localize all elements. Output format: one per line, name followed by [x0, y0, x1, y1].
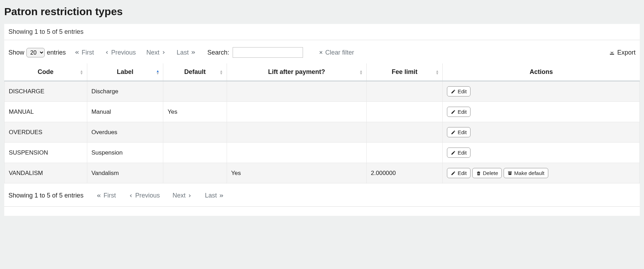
previous-page-button[interactable]: Previous: [105, 49, 136, 56]
previous-page-button-bottom[interactable]: Previous: [128, 192, 160, 199]
table-controls: Show 20 entries First Previous Next Last: [4, 47, 640, 61]
cell-actions: Edit: [443, 143, 640, 163]
chevron-double-right-icon: [219, 193, 224, 198]
sort-icon: ▲▼: [220, 70, 223, 75]
cell-lift: [227, 102, 366, 122]
cell-label: Suspension: [87, 143, 163, 163]
first-page-button[interactable]: First: [74, 49, 94, 56]
edit-button[interactable]: Edit: [447, 86, 471, 96]
last-page-button-bottom[interactable]: Last: [205, 192, 224, 199]
archive-icon: [507, 171, 512, 176]
col-header-fee[interactable]: Fee limit ▲▼: [366, 63, 443, 81]
cell-code: DISCHARGE: [5, 81, 87, 102]
cell-actions: Edit Delete Make default: [443, 163, 640, 183]
search-group: Search:: [207, 47, 303, 58]
clear-filter-button[interactable]: Clear filter: [318, 49, 354, 56]
cell-default: [163, 81, 227, 102]
next-label: Next: [172, 192, 185, 199]
sort-icon: ▲▼: [436, 70, 439, 75]
next-page-button[interactable]: Next: [146, 49, 166, 56]
table-row: SUSPENSIONSuspensionEdit: [5, 143, 640, 163]
col-header-default[interactable]: Default ▲▼: [163, 63, 227, 81]
show-prefix: Show: [8, 49, 24, 56]
edit-button-label: Edit: [457, 129, 467, 135]
last-label: Last: [177, 49, 189, 56]
cell-lift: [227, 81, 366, 102]
col-code-label: Code: [38, 68, 53, 75]
cell-lift: Yes: [227, 163, 366, 183]
cell-fee: [366, 81, 443, 102]
table-row: VANDALISMVandalismYes2.000000Edit Delete…: [5, 163, 640, 183]
edit-button-label: Edit: [457, 88, 467, 94]
last-page-button[interactable]: Last: [177, 49, 196, 56]
search-label: Search:: [207, 49, 229, 56]
cell-actions: Edit: [443, 102, 640, 122]
cell-fee: [366, 143, 443, 163]
table-row: DISCHARGEDischargeEdit: [5, 81, 640, 102]
edit-button-label: Edit: [457, 150, 467, 156]
chevron-double-right-icon: [190, 50, 196, 55]
restriction-types-table: Code ▲▼ Label ▲▼ Default ▲▼ Lift after p…: [4, 63, 640, 183]
cell-label: Manual: [87, 102, 163, 122]
make-default-button[interactable]: Make default: [504, 168, 548, 178]
sort-icon-active: ▲▼: [156, 70, 159, 75]
cell-default: [163, 143, 227, 163]
edit-button-label: Edit: [457, 109, 467, 115]
make-default-button-label: Make default: [514, 170, 544, 176]
pencil-icon: [451, 89, 456, 94]
pencil-icon: [451, 110, 456, 114]
edit-button[interactable]: Edit: [447, 148, 471, 158]
table-row: MANUALManualYesEdit: [5, 102, 640, 122]
col-header-lift[interactable]: Lift after payment? ▲▼: [227, 63, 366, 81]
cell-label: Overdues: [87, 122, 163, 143]
cell-label: Vandalism: [87, 163, 163, 183]
export-button[interactable]: Export: [609, 49, 636, 56]
previous-label: Previous: [135, 192, 160, 199]
chevron-double-left-icon: [96, 193, 102, 198]
export-label: Export: [617, 49, 636, 56]
next-label: Next: [146, 49, 159, 56]
cell-default: [163, 122, 227, 143]
entries-status-bottom: Showing 1 to 5 of 5 entries: [8, 192, 83, 199]
delete-button[interactable]: Delete: [472, 168, 502, 178]
col-lift-label: Lift after payment?: [268, 68, 325, 75]
first-label: First: [103, 192, 116, 199]
edit-button[interactable]: Edit: [447, 168, 471, 178]
cell-fee: 2.000000: [366, 163, 443, 183]
col-actions-label: Actions: [530, 68, 553, 75]
sort-icon: ▲▼: [80, 70, 83, 75]
col-label-label: Label: [117, 68, 133, 75]
next-page-button-bottom[interactable]: Next: [172, 192, 192, 199]
pencil-icon: [451, 150, 456, 155]
edit-button[interactable]: Edit: [447, 127, 471, 137]
download-icon: [609, 49, 615, 56]
col-header-code[interactable]: Code ▲▼: [5, 63, 87, 81]
chevron-right-icon: [187, 193, 192, 198]
pager-top: First Previous Next Last: [74, 49, 196, 56]
edit-button[interactable]: Edit: [447, 107, 471, 117]
col-default-label: Default: [184, 68, 206, 75]
clear-filter-label: Clear filter: [325, 49, 354, 56]
table-footer: Showing 1 to 5 of 5 entries First Previo…: [4, 183, 640, 207]
delete-button-label: Delete: [483, 170, 498, 176]
cell-code: SUSPENSION: [5, 143, 87, 163]
cell-code: VANDALISM: [5, 163, 87, 183]
page-length-select[interactable]: 20: [26, 48, 45, 57]
search-input[interactable]: [233, 47, 303, 58]
page-length-control: Show 20 entries: [8, 48, 66, 57]
cell-lift: [227, 122, 366, 143]
cell-code: OVERDUES: [5, 122, 87, 143]
cell-lift: [227, 143, 366, 163]
first-page-button-bottom[interactable]: First: [96, 192, 116, 199]
col-header-label[interactable]: Label ▲▼: [87, 63, 163, 81]
col-header-actions: Actions: [443, 63, 640, 81]
last-label: Last: [205, 192, 217, 199]
cell-label: Discharge: [87, 81, 163, 102]
pencil-icon: [451, 130, 456, 135]
main-panel: Showing 1 to 5 of 5 entries Show 20 entr…: [4, 24, 640, 216]
table-row: OVERDUESOverduesEdit: [5, 122, 640, 143]
trash-icon: [476, 171, 481, 176]
cell-code: MANUAL: [5, 102, 87, 122]
pencil-icon: [451, 171, 456, 176]
cell-fee: [366, 102, 443, 122]
